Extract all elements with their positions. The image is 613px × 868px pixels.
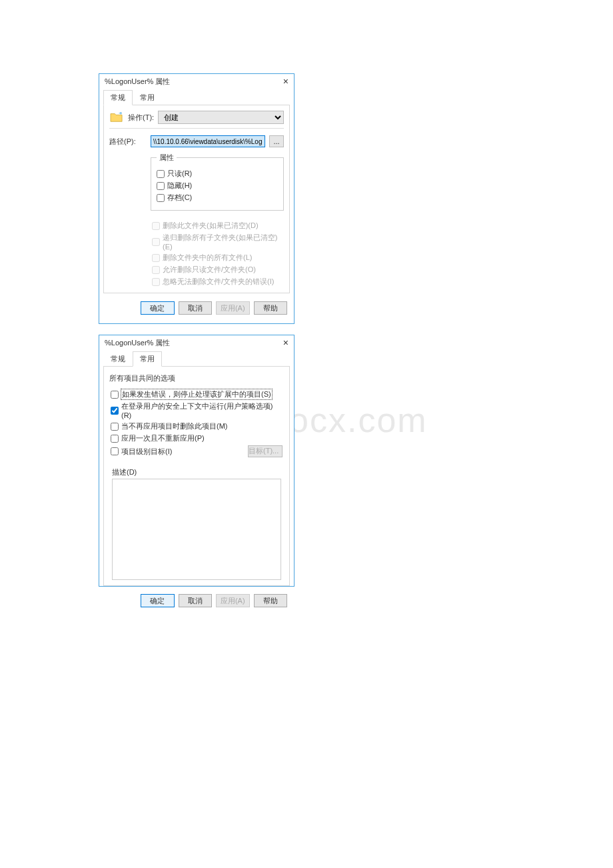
checkbox-apply-once-input[interactable]: [111, 435, 119, 443]
button-row: 确定 取消 应用(A) 帮助: [134, 297, 294, 320]
common-options-box: 如果发生错误，则停止处理该扩展中的项目(S) 在登录用户的安全上下文中运行(用户…: [108, 386, 285, 463]
checkbox-apply-once[interactable]: 应用一次且不重新应用(P): [111, 433, 283, 443]
tab-general[interactable]: 常规: [103, 351, 133, 367]
checkbox-readonly-label: 只读(R): [167, 169, 192, 179]
checkbox-allow-readonly-delete-label: 允许删除只读文件/文件夹(O): [163, 265, 256, 275]
cancel-button[interactable]: 取消: [179, 594, 213, 607]
checkbox-item-level-targeting-label: 项目级别目标(I): [121, 447, 172, 457]
description-textarea[interactable]: [112, 479, 281, 580]
tab-strip: 常规 常用: [99, 90, 294, 105]
checkbox-stop-on-error-label: 如果发生错误，则停止处理该扩展中的项目(S): [121, 389, 272, 399]
checkbox-recursive-delete-input: [152, 238, 160, 246]
close-icon[interactable]: ×: [282, 77, 290, 86]
properties-dialog-general: %LogonUser% 属性 × 常规 常用 操作(T): 创建 路径(P): …: [99, 73, 295, 324]
description-label: 描述(D): [112, 467, 285, 477]
checkbox-run-user-context-input[interactable]: [111, 407, 119, 415]
checkbox-item-level-targeting-input[interactable]: [111, 447, 119, 455]
button-row: 确定 取消 应用(A) 帮助: [134, 590, 294, 613]
titlebar: %LogonUser% 属性 ×: [99, 335, 294, 350]
checkbox-delete-files-input: [152, 254, 160, 262]
checkbox-remove-when-napplied-label: 当不再应用项目时删除此项目(M): [121, 421, 228, 431]
checkbox-delete-empty-input: [152, 222, 160, 230]
checkbox-remove-when-napplied[interactable]: 当不再应用项目时删除此项目(M): [111, 421, 283, 431]
checkbox-ignore-errors: 忽略无法删除文件/文件夹的错误(I): [152, 277, 284, 287]
folder-icon: [109, 111, 124, 123]
help-button[interactable]: 帮助: [254, 594, 288, 607]
checkbox-item-level-targeting[interactable]: 项目级别目标(I) 目标(T)...: [111, 445, 283, 457]
action-label: 操作(T):: [128, 113, 154, 123]
apply-button: 应用(A): [216, 594, 250, 607]
tab-panel-general: 操作(T): 创建 路径(P): ... 属性 只读(R) 隐藏(H): [103, 105, 290, 293]
targeting-button: 目标(T)...: [248, 445, 283, 457]
checkbox-stop-on-error[interactable]: 如果发生错误，则停止处理该扩展中的项目(S): [111, 389, 283, 399]
path-label: 路径(P):: [109, 137, 147, 147]
tab-common[interactable]: 常用: [133, 90, 162, 105]
checkbox-readonly-input[interactable]: [157, 170, 165, 178]
close-icon[interactable]: ×: [282, 338, 290, 347]
apply-button: 应用(A): [216, 301, 250, 315]
ok-button[interactable]: 确定: [141, 594, 175, 607]
tab-general[interactable]: 常规: [103, 90, 133, 105]
checkbox-delete-files-label: 删除文件夹中的所有文件(L): [163, 253, 252, 263]
checkbox-run-user-context-label: 在登录用户的安全上下文中运行(用户策略选项)(R): [121, 401, 283, 419]
checkbox-delete-files: 删除文件夹中的所有文件(L): [152, 253, 284, 263]
checkbox-archive[interactable]: 存档(C): [157, 193, 278, 203]
checkbox-ignore-errors-label: 忽略无法删除文件/文件夹的错误(I): [163, 277, 274, 287]
help-button[interactable]: 帮助: [254, 301, 288, 315]
cancel-button[interactable]: 取消: [179, 301, 213, 315]
checkbox-hidden-input[interactable]: [157, 182, 165, 190]
checkbox-recursive-delete-label: 递归删除所有子文件夹(如果已清空)(E): [163, 233, 284, 251]
properties-dialog-common: %LogonUser% 属性 × 常规 常用 所有项目共同的选项 如果发生错误，…: [99, 335, 295, 587]
checkbox-apply-once-label: 应用一次且不重新应用(P): [121, 433, 205, 443]
divider: [109, 128, 284, 129]
path-input[interactable]: [151, 135, 265, 147]
checkbox-run-user-context[interactable]: 在登录用户的安全上下文中运行(用户策略选项)(R): [111, 401, 283, 419]
tab-panel-common: 所有项目共同的选项 如果发生错误，则停止处理该扩展中的项目(S) 在登录用户的安…: [103, 366, 290, 586]
attributes-legend: 属性: [157, 153, 177, 163]
common-options-label: 所有项目共同的选项: [109, 373, 285, 383]
checkbox-ignore-errors-input: [152, 278, 160, 286]
checkbox-allow-readonly-delete-input: [152, 266, 160, 274]
tab-strip: 常规 常用: [99, 351, 294, 367]
checkbox-delete-empty: 删除此文件夹(如果已清空)(D): [152, 221, 284, 231]
browse-button[interactable]: ...: [269, 135, 284, 147]
checkbox-hidden-label: 隐藏(H): [167, 181, 192, 191]
checkbox-archive-label: 存档(C): [167, 193, 192, 203]
checkbox-delete-empty-label: 删除此文件夹(如果已清空)(D): [163, 221, 259, 231]
tab-common[interactable]: 常用: [133, 351, 162, 367]
action-select[interactable]: 创建: [158, 111, 284, 124]
checkbox-recursive-delete: 递归删除所有子文件夹(如果已清空)(E): [152, 233, 284, 251]
checkbox-hidden[interactable]: 隐藏(H): [157, 181, 278, 191]
checkbox-stop-on-error-input[interactable]: [111, 391, 119, 399]
checkbox-readonly[interactable]: 只读(R): [157, 169, 278, 179]
titlebar: %LogonUser% 属性 ×: [99, 74, 294, 89]
checkbox-archive-input[interactable]: [157, 194, 165, 202]
window-title: %LogonUser% 属性: [105, 338, 170, 348]
attributes-group: 属性 只读(R) 隐藏(H) 存档(C): [151, 153, 284, 211]
ok-button[interactable]: 确定: [141, 301, 175, 315]
checkbox-allow-readonly-delete: 允许删除只读文件/文件夹(O): [152, 265, 284, 275]
window-title: %LogonUser% 属性: [105, 77, 170, 87]
checkbox-remove-when-napplied-input[interactable]: [111, 423, 119, 431]
